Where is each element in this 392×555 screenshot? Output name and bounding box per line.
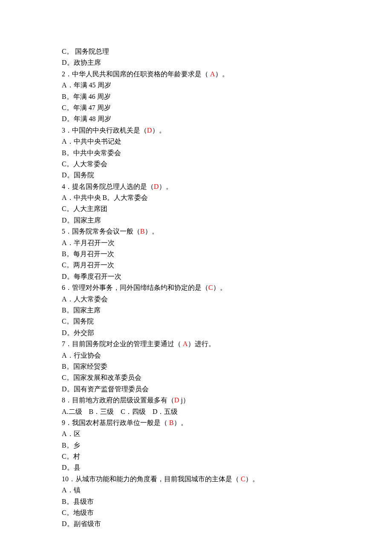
text-segment: ）。 bbox=[245, 475, 259, 483]
text-segment: A．半月召开一次 bbox=[62, 239, 115, 246]
text-line: C。 国务院总理 bbox=[62, 46, 392, 57]
text-segment: 8．目前地方政府的层级设置最多有（ bbox=[62, 396, 174, 404]
text-segment: A．镇 bbox=[62, 486, 81, 494]
text-line: 4．提名国务院总理人选的是（D）。 bbox=[62, 181, 392, 192]
text-line: C。村 bbox=[62, 451, 392, 462]
text-segment: 3．中国的中央行政机关是（ bbox=[62, 127, 147, 134]
text-segment: B。县级市 bbox=[62, 498, 94, 505]
text-segment: B。每月召开一次 bbox=[62, 250, 114, 257]
text-segment: C。国家发展和改革委员会 bbox=[62, 374, 141, 381]
text-segment: C。地级市 bbox=[62, 509, 94, 516]
text-segment: B。国家经贸委 bbox=[62, 363, 107, 370]
text-line: 5．国务院常务会议一般（B）。 bbox=[62, 226, 392, 237]
answer-letter: A bbox=[183, 340, 188, 347]
text-line: A．中共中央书记处 bbox=[62, 136, 392, 147]
text-line: B。乡 bbox=[62, 440, 392, 451]
text-line: C。两月召开一次 bbox=[62, 260, 392, 271]
text-segment: ）进行。 bbox=[188, 340, 215, 347]
text-segment: 10．从城市功能和能力的角度看，目前我国城市的主体是（ bbox=[62, 475, 241, 483]
text-segment: B。年满 46 周岁 bbox=[62, 93, 111, 100]
answer-letter: B bbox=[140, 228, 145, 235]
text-line: C。年满 47 周岁 bbox=[62, 102, 392, 113]
text-line: A．镇 bbox=[62, 485, 392, 496]
text-segment: ）。 bbox=[159, 183, 173, 190]
text-segment: A．行业协会 bbox=[62, 352, 101, 359]
text-line: B。每月召开一次 bbox=[62, 249, 392, 260]
answer-letter: D bbox=[174, 396, 179, 404]
answer-letter: B bbox=[169, 419, 174, 426]
text-line: 6．管理对外事务，同外国缔结条约和协定的是（C）。 bbox=[62, 282, 392, 293]
answer-letter: C bbox=[241, 475, 245, 483]
text-line: D。外交部 bbox=[62, 327, 392, 338]
text-segment: D。副省级市 bbox=[62, 520, 101, 527]
text-line: 3．中国的中央行政机关是（D）。 bbox=[62, 125, 392, 136]
text-segment: 9．我国农村基层行政单位一般是（ bbox=[62, 419, 169, 426]
text-segment: A．中共中央书记处 bbox=[62, 138, 121, 145]
text-line: D。县 bbox=[62, 462, 392, 473]
text-line: C。国务院 bbox=[62, 316, 392, 327]
text-segment: A．人大常委会 bbox=[62, 295, 108, 303]
document-page: C。 国务院总理D。政协主席2．中华人民共和国席的任职资格的年龄要求是（ A）。… bbox=[0, 0, 392, 555]
answer-letter: D bbox=[154, 183, 159, 190]
answer-letter: C bbox=[208, 284, 213, 291]
text-segment: B。国家主席 bbox=[62, 306, 101, 314]
text-segment: 2．中华人民共和国席的任职资格的年龄要求是（ bbox=[62, 70, 210, 78]
text-segment: ）。 bbox=[152, 127, 166, 134]
text-segment: D。县 bbox=[62, 464, 81, 471]
text-segment: D。国务院 bbox=[62, 171, 94, 179]
text-line: 2．中华人民共和国席的任职资格的年龄要求是（ A）。 bbox=[62, 69, 392, 80]
text-segment: B。乡 bbox=[62, 442, 80, 449]
text-line: D。副省级市 bbox=[62, 518, 392, 529]
text-segment: C。 国务院总理 bbox=[62, 48, 109, 55]
text-line: 9．我国农村基层行政单位一般是（ B）。 bbox=[62, 417, 392, 428]
text-line: D。每季度召开一次 bbox=[62, 271, 392, 282]
text-segment: A．中共中央 B。人大常委会 bbox=[62, 194, 148, 201]
text-segment: 6．管理对外事务，同外国缔结条约和协定的是（ bbox=[62, 284, 208, 291]
text-segment: D。国家主席 bbox=[62, 217, 101, 224]
text-line: B。中共中央常委会 bbox=[62, 147, 392, 159]
text-line: C。地级市 bbox=[62, 507, 392, 518]
text-segment: C。国务院 bbox=[62, 318, 94, 325]
text-segment: 4．提名国务院总理人选的是（ bbox=[62, 183, 154, 190]
text-line: D。国家主席 bbox=[62, 215, 392, 226]
text-segment: C。年满 47 周岁 bbox=[62, 104, 111, 111]
text-line: D。国有资产监督管理委员会 bbox=[62, 384, 392, 395]
text-line: B。国家主席 bbox=[62, 305, 392, 316]
text-segment: C。村 bbox=[62, 453, 80, 460]
text-line: A．区 bbox=[62, 428, 392, 439]
text-segment: A．年满 45 周岁 bbox=[62, 81, 111, 89]
text-segment: D。政协主席 bbox=[62, 59, 101, 66]
text-segment: C。人大常委会 bbox=[62, 160, 107, 168]
text-line: A．半月召开一次 bbox=[62, 237, 392, 249]
text-segment: C。人大主席团 bbox=[62, 205, 107, 212]
text-segment: A.二级 B．三级 C．四级 D．五级 bbox=[62, 408, 178, 415]
text-segment: ）。 bbox=[174, 419, 187, 426]
text-line: A．中共中央 B。人大常委会 bbox=[62, 192, 392, 203]
text-line: D。年满 48 周岁 bbox=[62, 113, 392, 124]
text-line: B。县级市 bbox=[62, 496, 392, 507]
text-segment: 5．国务院常务会议一般（ bbox=[62, 228, 140, 235]
text-segment: A．区 bbox=[62, 430, 81, 437]
text-segment: D。外交部 bbox=[62, 329, 94, 336]
text-segment: ）。 bbox=[145, 228, 159, 235]
text-line: A．行业协会 bbox=[62, 350, 392, 361]
text-line: B。国家经贸委 bbox=[62, 361, 392, 372]
text-line: C。人大主席团 bbox=[62, 203, 392, 214]
text-segment: 7．目前国务院对企业的管理主要通过（ bbox=[62, 340, 183, 347]
text-line: 8．目前地方政府的层级设置最多有（D j） bbox=[62, 395, 392, 406]
text-segment: D。年满 48 周岁 bbox=[62, 115, 111, 122]
answer-letter: A bbox=[210, 70, 215, 78]
text-line: C。国家发展和改革委员会 bbox=[62, 372, 392, 383]
text-line: D。国务院 bbox=[62, 170, 392, 181]
text-line: 7．目前国务院对企业的管理主要通过（ A）进行。 bbox=[62, 338, 392, 350]
text-line: A.二级 B．三级 C．四级 D．五级 bbox=[62, 406, 392, 417]
text-segment: B。中共中央常委会 bbox=[62, 149, 121, 156]
text-segment: D。每季度召开一次 bbox=[62, 273, 121, 280]
text-line: 10．从城市功能和能力的角度看，目前我国城市的主体是（ C）。 bbox=[62, 474, 392, 485]
text-line: A．年满 45 周岁 bbox=[62, 80, 392, 91]
text-line: A．人大常委会 bbox=[62, 294, 392, 305]
text-line: D。政协主席 bbox=[62, 57, 392, 68]
text-segment: j） bbox=[179, 396, 190, 404]
text-segment: C。两月召开一次 bbox=[62, 261, 114, 269]
answer-letter: D bbox=[147, 127, 152, 134]
